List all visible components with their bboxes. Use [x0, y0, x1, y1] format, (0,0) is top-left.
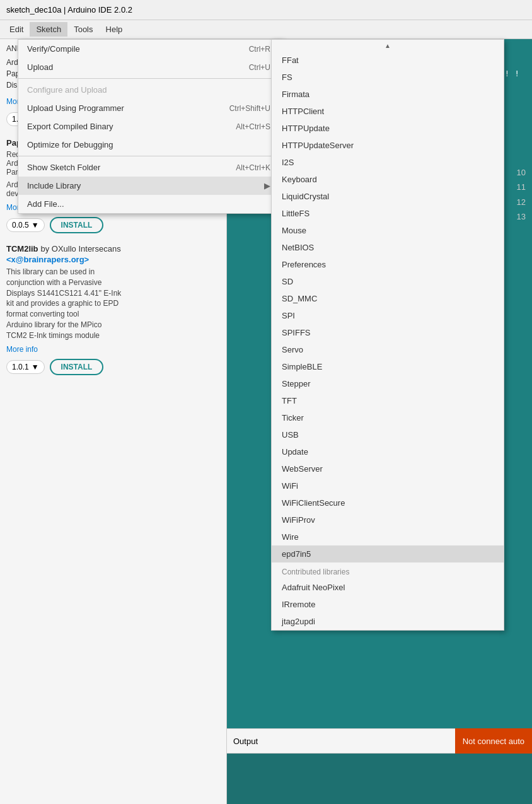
version-select-3[interactable]: 1.0.1 ▼ [6, 360, 45, 374]
lib-item-wire[interactable]: Wire [272, 528, 504, 545]
menu-tools[interactable]: Tools [67, 22, 99, 37]
lib-item-simpleble[interactable]: SimpleBLE [272, 358, 504, 375]
tcm2lib-author: by OXullo Intersecans [40, 244, 120, 253]
menu-sketch[interactable]: Sketch [30, 22, 67, 37]
sketch-menu: Verify/Compile Ctrl+R Upload Ctrl+U Conf… [18, 39, 282, 214]
lib-item-tft[interactable]: TFT [272, 392, 504, 409]
export-binary-shortcut: Alt+Ctrl+S [236, 122, 270, 131]
lib-item-spiffs[interactable]: SPIFFS [272, 324, 504, 341]
lib-item-webserver[interactable]: WebServer [272, 460, 504, 477]
not-connected-button[interactable]: Not co nnect auto [455, 728, 532, 754]
lib-item-httpupdate[interactable]: HTTPUpdate [272, 120, 504, 137]
lib-item-spi[interactable]: SPI [272, 307, 504, 324]
version-value-3: 1.0.1 [12, 363, 29, 371]
not-connected-label: Not co [463, 737, 487, 746]
tcm2lib-email: <x@brainrapers.org> [0, 255, 226, 265]
lib-item-netbios[interactable]: NetBIOS [272, 239, 504, 256]
lib-item-i2s[interactable]: I2S [272, 154, 504, 171]
lib-item-wifiprov[interactable]: WiFiProv [272, 511, 504, 528]
menu-optimize-debug[interactable]: Optimize for Debugging [18, 136, 282, 154]
verify-compile-shortcut: Ctrl+R [249, 45, 270, 54]
line-numbers: 10 11 12 13 [517, 165, 526, 224]
lib-item-wifi[interactable]: WiFi [272, 477, 504, 494]
lib-item-ffat[interactable]: FFat [272, 52, 504, 69]
menu-configure-upload: Configure and Upload [18, 81, 282, 99]
lib-item-update[interactable]: Update [272, 443, 504, 460]
not-connected-suffix: nnect auto [486, 737, 524, 746]
menu-bar: Edit Sketch Tools Help [0, 20, 532, 39]
lib-item-usb[interactable]: USB [272, 426, 504, 443]
lib-item-adafruit-neopixel[interactable]: Adafruit NeoPixel [272, 579, 504, 596]
lib-item-liquidcrystal[interactable]: LiquidCrystal [272, 188, 504, 205]
separator-2 [18, 156, 282, 156]
separator-1 [18, 78, 282, 79]
lib-card-3-bottom: 1.0.1 ▼ INSTALL [0, 355, 226, 382]
version-select-2[interactable]: 0.0.5 ▼ [6, 218, 45, 232]
menu-upload-programmer[interactable]: Upload Using Programmer Ctrl+Shift+U [18, 99, 282, 117]
more-info-3[interactable]: More info [0, 342, 226, 355]
menu-include-library[interactable]: Include Library ▶ [18, 177, 282, 195]
upload-programmer-label: Upload Using Programmer [27, 103, 124, 113]
version-dropdown-icon-2[interactable]: ▼ [32, 221, 39, 230]
line-num-11: 11 [517, 180, 526, 194]
menu-export-binary[interactable]: Export Compiled Binary Alt+Ctrl+S [18, 117, 282, 136]
line-num-10: 10 [517, 165, 526, 180]
lib-item-wificlientsecure[interactable]: WiFiClientSecure [272, 494, 504, 511]
upload-programmer-shortcut: Ctrl+Shift+U [229, 104, 270, 113]
show-folder-label: Show Sketch Folder [27, 163, 100, 172]
upload-label: Upload [27, 62, 53, 72]
library-list-dropdown[interactable]: ▲ FFat FS Firmata HTTPClient HTTPUpdate … [271, 39, 504, 631]
verify-compile-label: Verify/Compile [27, 44, 80, 54]
scroll-up-button[interactable]: ▲ [272, 40, 504, 52]
menu-verify-compile[interactable]: Verify/Compile Ctrl+R [18, 40, 282, 58]
show-folder-shortcut: Alt+Ctrl+K [236, 163, 270, 172]
include-library-label: Include Library [27, 181, 81, 190]
lib-item-preferences[interactable]: Preferences [272, 256, 504, 273]
contributed-libraries-header: Contributed libraries [272, 562, 504, 579]
lib-item-sdmmc[interactable]: SD_MMC [272, 290, 504, 307]
bottom-bar [227, 754, 532, 804]
menu-edit[interactable]: Edit [3, 22, 30, 37]
install-button-3[interactable]: INSTALL [50, 359, 104, 375]
line-num-13: 13 [517, 209, 526, 224]
lib-item-stepper[interactable]: Stepper [272, 375, 504, 392]
tcm2lib-bold: TCM2lib [6, 244, 38, 253]
lib-item-littlefs[interactable]: LittleFS [272, 205, 504, 222]
line-num-12: 12 [517, 195, 526, 209]
version-value-2: 0.0.5 [12, 221, 29, 230]
lib-card-2-bottom: 0.0.5 ▼ INSTALL [0, 213, 226, 240]
output-label: Output [233, 737, 258, 746]
lib-item-fs[interactable]: FS [272, 69, 504, 86]
install-button-2[interactable]: INSTALL [50, 217, 104, 233]
lib-item-httpupdateserver[interactable]: HTTPUpdateServer [272, 137, 504, 154]
lib-item-jtag2updi[interactable]: jtag2updi [272, 613, 504, 630]
upload-shortcut: Ctrl+U [249, 63, 270, 72]
lib-item-irremote[interactable]: IRremote [272, 596, 504, 613]
lib-item-ticker[interactable]: Ticker [272, 409, 504, 426]
content-area: AND data lines: Arduino Display Library … [0, 39, 532, 804]
lib-item-servo[interactable]: Servo [272, 341, 504, 358]
optimize-debug-label: Optimize for Debugging [27, 140, 113, 149]
submenu-arrow-icon: ▶ [264, 181, 270, 190]
lib-item-firmata[interactable]: Firmata [272, 86, 504, 103]
export-binary-label: Export Compiled Binary [27, 122, 113, 131]
title-bar: sketch_dec10a | Arduino IDE 2.0.2 [0, 0, 532, 20]
title-text: sketch_dec10a | Arduino IDE 2.0.2 [6, 5, 132, 15]
menu-add-file[interactable]: Add File... [18, 195, 282, 213]
lib-item-sd[interactable]: SD [272, 273, 504, 290]
tcm2lib-desc: This library can be used inconjunction w… [0, 265, 226, 342]
lib-item-keyboard[interactable]: Keyboard [272, 171, 504, 188]
menu-help[interactable]: Help [100, 22, 129, 37]
lib-item-epd7in5[interactable]: epd7in5 [272, 545, 504, 562]
version-dropdown-icon-3[interactable]: ▼ [32, 363, 39, 371]
tcm2lib-title: TCM2lib by OXullo Intersecans [0, 240, 226, 255]
menu-show-folder[interactable]: Show Sketch Folder Alt+Ctrl+K [18, 158, 282, 177]
menu-upload[interactable]: Upload Ctrl+U [18, 58, 282, 76]
configure-upload-label: Configure and Upload [27, 85, 107, 95]
lib-item-httpclient[interactable]: HTTPClient [272, 103, 504, 120]
add-file-label: Add File... [27, 199, 64, 209]
lib-item-mouse[interactable]: Mouse [272, 222, 504, 239]
